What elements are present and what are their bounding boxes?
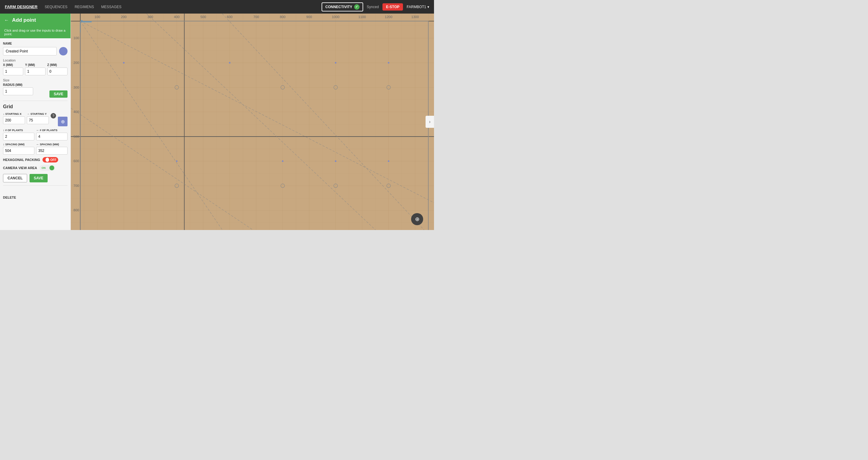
- save-point-button[interactable]: SAVE: [50, 90, 67, 98]
- spacing-v-group: ↕ SPACING (MM): [3, 143, 34, 155]
- svg-text:1100: 1100: [358, 15, 366, 19]
- back-button[interactable]: ←: [4, 18, 9, 23]
- spacing-h-label: ↔ SPACING (MM): [36, 143, 67, 146]
- nav-messages[interactable]: MESSAGES: [101, 5, 121, 9]
- panel-title: Add point: [12, 17, 36, 23]
- svg-text:200: 200: [121, 15, 127, 19]
- svg-text:700: 700: [253, 15, 259, 19]
- toggle-on-circle: [50, 165, 54, 170]
- camera-label: CAMERA VIEW AREA: [3, 166, 37, 170]
- x-label: X (MM): [3, 63, 23, 67]
- svg-text:500: 500: [200, 15, 206, 19]
- nav-regimens[interactable]: REGIMENS: [75, 5, 94, 9]
- plants-h-group: ↔ # OF PLANTS: [36, 129, 67, 141]
- estop-button[interactable]: E-STOP: [382, 3, 403, 10]
- spacing-h-input[interactable]: [36, 147, 67, 155]
- connectivity-button[interactable]: CONNECTIVITY ✓: [321, 2, 363, 11]
- x-coord-group: X (MM): [3, 63, 23, 75]
- divider2: [3, 185, 67, 186]
- help-icon[interactable]: ?: [51, 113, 56, 119]
- svg-text:900: 900: [306, 15, 312, 19]
- svg-text:200: 200: [73, 61, 79, 64]
- svg-point-88: [335, 62, 336, 64]
- hex-toggle[interactable]: OFF: [42, 157, 58, 162]
- starting-x-input[interactable]: [3, 116, 25, 124]
- spacing-v-label: ↕ SPACING (MM): [3, 143, 34, 146]
- nav-right: CONNECTIVITY ✓ Synced E-STOP FARMBOT1 ▾: [321, 2, 429, 11]
- connectivity-check-icon: ✓: [354, 4, 360, 10]
- map-panel-toggle[interactable]: ›: [426, 116, 434, 128]
- top-navigation: FARM DESIGNER SEQUENCES REGIMENS MESSAGE…: [0, 0, 434, 13]
- svg-text:700: 700: [73, 184, 79, 187]
- grid-spacing-row: ↕ SPACING (MM) ↔ SPACING (MM): [3, 143, 67, 155]
- toggle-circle: [45, 158, 49, 162]
- location-label: Location: [3, 59, 67, 62]
- grid-starting-row: ↓ STARTING X → STARTING Y ? ⊕: [3, 113, 67, 126]
- move-to-grid-button[interactable]: ⊕: [58, 117, 67, 126]
- left-panel: ← Add point Click and drag or use the in…: [0, 13, 71, 230]
- svg-text:1000: 1000: [332, 15, 339, 19]
- farmbot-selector[interactable]: FARMBOT1 ▾: [407, 5, 429, 9]
- svg-text:100: 100: [73, 36, 79, 40]
- starting-y-input[interactable]: [27, 116, 49, 124]
- x-input[interactable]: [3, 67, 23, 75]
- hex-label: HEXAGONAL PACKING: [3, 158, 40, 161]
- y-label: Y (MM): [25, 63, 45, 67]
- spacing-v-input[interactable]: [3, 147, 34, 155]
- panel-header: ← Add point: [0, 13, 70, 27]
- action-buttons: CANCEL SAVE: [3, 174, 67, 182]
- nav-sequences[interactable]: SEQUENCES: [44, 5, 67, 9]
- svg-point-89: [388, 62, 390, 64]
- starting-y-label: → STARTING Y: [27, 113, 49, 116]
- color-picker[interactable]: [59, 47, 67, 56]
- save-grid-button[interactable]: SAVE: [30, 174, 48, 182]
- nav-crosshair-button[interactable]: ⊕: [411, 213, 423, 225]
- svg-rect-0: [71, 13, 434, 230]
- nav-farm-designer[interactable]: FARM DESIGNER: [5, 4, 37, 9]
- grid-title: Grid: [3, 104, 67, 110]
- starting-y-group: → STARTING Y: [27, 113, 49, 124]
- svg-text:800: 800: [280, 15, 286, 19]
- size-label: Size: [3, 79, 67, 82]
- svg-point-96: [335, 160, 336, 162]
- z-input[interactable]: [47, 67, 67, 75]
- radius-label: RADIUS (MM): [3, 83, 67, 87]
- name-label: NAME: [3, 42, 67, 45]
- svg-text:1300: 1300: [411, 15, 419, 19]
- hexagonal-packing-row: HEXAGONAL PACKING OFF: [3, 157, 67, 162]
- panel-subtitle: Click and drag or use the inputs to draw…: [0, 27, 70, 38]
- svg-text:800: 800: [73, 208, 79, 212]
- starting-x-group: ↓ STARTING X: [3, 113, 25, 124]
- form-section: NAME Location X (MM) Y (MM) Z (MM): [0, 38, 70, 192]
- map-area[interactable]: 100 200 300 400 500 600 700 800 900 1000…: [71, 13, 434, 230]
- svg-point-94: [176, 160, 178, 162]
- svg-text:300: 300: [73, 86, 79, 89]
- delete-label: DELETE: [3, 196, 16, 199]
- y-input[interactable]: [25, 67, 45, 75]
- z-label: Z (MM): [47, 63, 67, 67]
- delete-section: DELETE: [0, 192, 70, 203]
- svg-text:600: 600: [227, 15, 233, 19]
- main-layout: ← Add point Click and drag or use the in…: [0, 13, 434, 230]
- svg-point-86: [123, 62, 124, 64]
- y-coord-group: Y (MM): [25, 63, 45, 75]
- plants-v-label: ↕ # OF PLANTS: [3, 129, 34, 132]
- radius-input[interactable]: [3, 87, 33, 95]
- plants-v-input[interactable]: [3, 133, 34, 141]
- plants-h-input[interactable]: [36, 133, 67, 141]
- plants-h-label: ↔ # OF PLANTS: [36, 129, 67, 132]
- coords-row: X (MM) Y (MM) Z (MM): [3, 63, 67, 75]
- divider1: [3, 101, 67, 101]
- svg-point-87: [229, 62, 230, 64]
- camera-view-row: CAMERA VIEW AREA ON: [3, 165, 67, 171]
- sync-status: Synced: [367, 5, 379, 9]
- grid-plants-row: ↕ # OF PLANTS ↔ # OF PLANTS: [3, 129, 67, 141]
- svg-point-97: [388, 160, 390, 162]
- spacing-h-group: ↔ SPACING (MM): [36, 143, 67, 155]
- svg-point-95: [282, 160, 283, 162]
- cancel-button[interactable]: CANCEL: [3, 174, 27, 182]
- plants-v-group: ↕ # OF PLANTS: [3, 129, 34, 141]
- camera-toggle[interactable]: ON: [39, 165, 55, 171]
- name-input[interactable]: [3, 47, 57, 56]
- map-canvas: 100 200 300 400 500 600 700 800 900 1000…: [71, 13, 434, 230]
